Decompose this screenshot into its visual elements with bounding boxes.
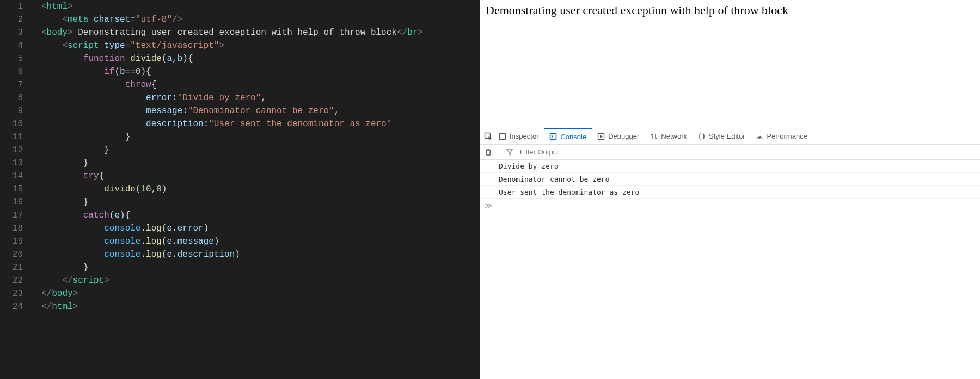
line-number-gutter: 123456789101112131415161718192021222324 xyxy=(0,0,34,379)
filter-icon[interactable] xyxy=(505,147,514,157)
console-toolbar xyxy=(480,145,980,160)
devtools-panel: Inspector Console Debugger Network xyxy=(480,128,980,379)
tab-debugger[interactable]: Debugger xyxy=(592,128,645,144)
code-line[interactable]: try{ xyxy=(41,170,480,183)
code-line[interactable]: function divide(a,b){ xyxy=(41,52,480,65)
line-number: 13 xyxy=(0,157,23,170)
code-line[interactable]: <meta charset="utf-8"/> xyxy=(41,13,480,26)
code-line[interactable]: divide(10,0) xyxy=(41,183,480,196)
code-line[interactable]: console.log(e.error) xyxy=(41,222,480,235)
line-number: 24 xyxy=(0,300,23,313)
tab-console[interactable]: Console xyxy=(544,128,592,144)
tab-inspector[interactable]: Inspector xyxy=(493,128,544,144)
console-row: Divide by zero xyxy=(480,160,980,173)
code-line[interactable]: } xyxy=(41,196,480,209)
line-number: 10 xyxy=(0,117,23,131)
line-number: 12 xyxy=(0,144,23,157)
code-line[interactable]: message:"Denominator cannot be zero", xyxy=(41,104,480,117)
code-line[interactable]: if(b==0){ xyxy=(41,65,480,78)
tab-network[interactable]: Network xyxy=(645,128,693,144)
code-line[interactable]: } xyxy=(41,157,480,170)
line-number: 22 xyxy=(0,274,23,287)
tab-label: Debugger xyxy=(608,132,639,140)
devtools-tabbar: Inspector Console Debugger Network xyxy=(480,128,980,145)
code-line[interactable]: } xyxy=(41,261,480,274)
line-number: 11 xyxy=(0,131,23,144)
line-number: 15 xyxy=(0,183,23,196)
code-line[interactable]: } xyxy=(41,144,480,157)
line-number: 2 xyxy=(0,13,23,26)
code-line[interactable]: error:"Divide by zero", xyxy=(41,91,480,104)
network-icon xyxy=(650,133,658,140)
code-line[interactable]: } xyxy=(41,131,480,144)
line-number: 6 xyxy=(0,65,23,78)
code-line[interactable]: throw{ xyxy=(41,78,480,91)
console-row: User sent the denominator as zero xyxy=(480,186,980,199)
tab-performance[interactable]: Performance xyxy=(750,128,812,144)
code-line[interactable]: console.log(e.message) xyxy=(41,235,480,248)
line-number: 1 xyxy=(0,0,23,13)
page-body-text: Demonstrating user created exception wit… xyxy=(486,3,788,17)
tab-label: Performance xyxy=(767,132,807,140)
style-editor-icon xyxy=(698,133,706,140)
line-number: 4 xyxy=(0,39,23,52)
code-line[interactable]: description:"User sent the denominator a… xyxy=(41,117,480,131)
line-number: 23 xyxy=(0,287,23,300)
inspector-icon xyxy=(499,133,506,140)
console-icon xyxy=(549,133,557,140)
code-area[interactable]: <html> <meta charset="utf-8"/><body> Dem… xyxy=(34,0,480,379)
code-line[interactable]: </script> xyxy=(41,274,480,287)
console-row: Denominator cannot be zero xyxy=(480,173,980,186)
tab-label: Network xyxy=(661,132,687,140)
console-output: Divide by zeroDenominator cannot be zero… xyxy=(480,160,980,212)
tab-style-editor[interactable]: Style Editor xyxy=(693,128,750,144)
code-line[interactable]: </html> xyxy=(41,300,480,313)
line-number: 16 xyxy=(0,196,23,209)
svg-rect-1 xyxy=(500,133,506,139)
line-number: 20 xyxy=(0,248,23,261)
element-picker-icon[interactable] xyxy=(483,132,493,141)
code-line[interactable]: <html> xyxy=(41,0,480,13)
console-prompt[interactable]: ≫ xyxy=(480,199,980,212)
tab-label: Inspector xyxy=(510,132,538,140)
tab-label: Style Editor xyxy=(709,132,745,140)
line-number: 5 xyxy=(0,52,23,65)
code-line[interactable]: </body> xyxy=(41,287,480,300)
line-number: 3 xyxy=(0,26,23,39)
line-number: 8 xyxy=(0,91,23,104)
console-filter-input[interactable] xyxy=(520,148,980,156)
tab-label: Console xyxy=(560,133,586,141)
performance-icon xyxy=(756,133,763,140)
debugger-icon xyxy=(597,133,605,140)
line-number: 9 xyxy=(0,104,23,117)
line-number: 21 xyxy=(0,261,23,274)
code-line[interactable]: <script type="text/javascript"> xyxy=(41,39,480,52)
line-number: 7 xyxy=(0,78,23,91)
code-line[interactable]: <body> Demonstrating user created except… xyxy=(41,26,480,39)
code-line[interactable]: console.log(e.description) xyxy=(41,248,480,261)
line-number: 14 xyxy=(0,170,23,183)
code-line[interactable]: catch(e){ xyxy=(41,209,480,222)
line-number: 17 xyxy=(0,209,23,222)
line-number: 18 xyxy=(0,222,23,235)
line-number: 19 xyxy=(0,235,23,248)
browser-pane: Demonstrating user created exception wit… xyxy=(480,0,980,379)
rendered-page: Demonstrating user created exception wit… xyxy=(480,0,980,128)
clear-console-icon[interactable] xyxy=(483,147,493,157)
code-editor[interactable]: 123456789101112131415161718192021222324 … xyxy=(0,0,480,379)
